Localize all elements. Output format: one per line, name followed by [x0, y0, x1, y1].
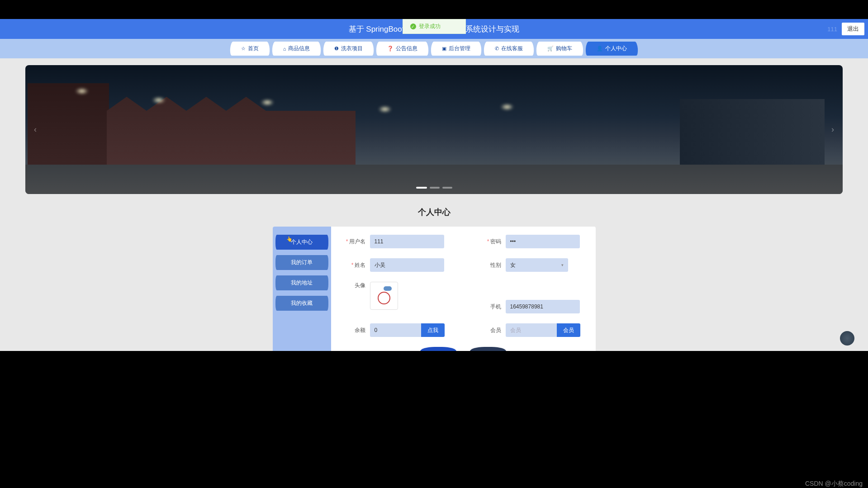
nav-label: 购物车: [556, 45, 572, 52]
carousel-dot-3[interactable]: [442, 187, 452, 189]
info-icon: ❶: [334, 46, 339, 52]
nav-home[interactable]: ☆首页: [233, 42, 267, 56]
nav-cart[interactable]: 🛒购物车: [539, 42, 580, 56]
profile-card: 👆 个人中心 我的订单 我的地址 我的收藏 *用户名 *密码: [273, 227, 596, 366]
avatar-label: 头像: [345, 282, 370, 289]
password-label: *密码: [480, 238, 506, 246]
login-success-toast: ✓ 登录成功: [403, 19, 466, 34]
side-profile[interactable]: 👆 个人中心: [277, 235, 327, 250]
carousel-dot-2[interactable]: [430, 187, 440, 189]
phone-input[interactable]: [506, 300, 580, 313]
carousel-dots: [416, 187, 452, 189]
panel-icon: ▣: [442, 46, 446, 52]
nav-notice[interactable]: ❓公告信息: [379, 42, 426, 56]
letterbox-bottom: [0, 351, 868, 488]
form-area: *用户名 *密码 *姓名 性别: [331, 227, 596, 366]
star-icon: ☆: [241, 46, 246, 52]
page-title: 个人中心: [25, 207, 843, 218]
nav-admin[interactable]: ▣后台管理: [434, 42, 479, 56]
carousel-next-button[interactable]: ›: [827, 124, 838, 135]
watermark: CSDN @小蔡coding: [805, 480, 863, 488]
side-address[interactable]: 我的地址: [277, 275, 327, 290]
side-label: 我的订单: [291, 259, 313, 265]
main-navbar: ☆首页 ⌂商品信息 ❶洗衣项目 ❓公告信息 ▣后台管理 ✆在线客服 🛒购物车 👤…: [0, 39, 868, 58]
avatar-image: [375, 287, 393, 304]
member-button[interactable]: 会员: [557, 323, 580, 337]
cursor-icon: 👆: [286, 236, 293, 242]
toast-text: 登录成功: [419, 23, 441, 30]
member-label: 会员: [480, 327, 506, 334]
side-label: 我的地址: [291, 280, 313, 286]
phone-label: 手机: [480, 303, 506, 311]
banner-carousel: ‹ ›: [25, 65, 843, 194]
gender-label: 性别: [480, 261, 506, 269]
avatar-upload[interactable]: [370, 282, 398, 310]
house-icon: ⌂: [283, 46, 286, 52]
app-wrapper: ✓ 登录成功 基于 SpringBoot的干洗店预约洗衣系统设计与实现 111 …: [0, 19, 868, 351]
nav-label: 公告信息: [396, 45, 417, 52]
question-icon: ❓: [387, 46, 394, 52]
member-input[interactable]: [506, 323, 557, 337]
check-icon: ✓: [410, 24, 416, 29]
nav-label: 在线客服: [501, 45, 523, 52]
side-menu: 👆 个人中心 我的订单 我的地址 我的收藏: [273, 227, 331, 366]
logout-button[interactable]: 退出: [842, 23, 864, 35]
nav-label: 洗衣项目: [341, 45, 363, 52]
nav-profile[interactable]: 👤个人中心: [588, 42, 635, 56]
balance-button[interactable]: 点我: [421, 323, 445, 337]
side-orders[interactable]: 我的订单: [277, 255, 327, 270]
gender-select[interactable]: [506, 258, 568, 272]
floating-avatar-button[interactable]: [840, 331, 854, 346]
side-favorites[interactable]: 我的收藏: [277, 296, 327, 311]
side-label: 我的收藏: [291, 300, 313, 306]
nav-label: 商品信息: [288, 45, 310, 52]
phone-icon: ✆: [495, 46, 499, 52]
carousel-dot-1[interactable]: [416, 187, 427, 189]
letterbox-top: [0, 0, 868, 19]
nav-label: 首页: [248, 45, 259, 52]
username-input[interactable]: [370, 235, 444, 248]
nav-laundry[interactable]: ❶洗衣项目: [326, 42, 371, 56]
content-area: ‹ › 个人中心 👆 个人中心 我的订单 我的地址 我的收藏: [0, 58, 868, 366]
header-username: 111: [827, 26, 837, 33]
cart-icon: 🛒: [547, 46, 554, 52]
side-label: 个人中心: [291, 239, 313, 245]
balance-input[interactable]: [370, 323, 421, 337]
carousel-prev-button[interactable]: ‹: [30, 124, 41, 135]
realname-input[interactable]: [370, 258, 444, 272]
realname-label: *姓名: [345, 261, 370, 269]
nav-products[interactable]: ⌂商品信息: [275, 42, 318, 56]
username-label: *用户名: [345, 238, 370, 246]
person-icon: 👤: [597, 46, 603, 52]
nav-service[interactable]: ✆在线客服: [487, 42, 531, 56]
nav-label: 后台管理: [449, 45, 470, 52]
header-right: 111 退出: [827, 23, 864, 35]
balance-label: 余额: [345, 327, 370, 334]
password-input[interactable]: [506, 235, 580, 248]
nav-label: 个人中心: [605, 45, 627, 52]
